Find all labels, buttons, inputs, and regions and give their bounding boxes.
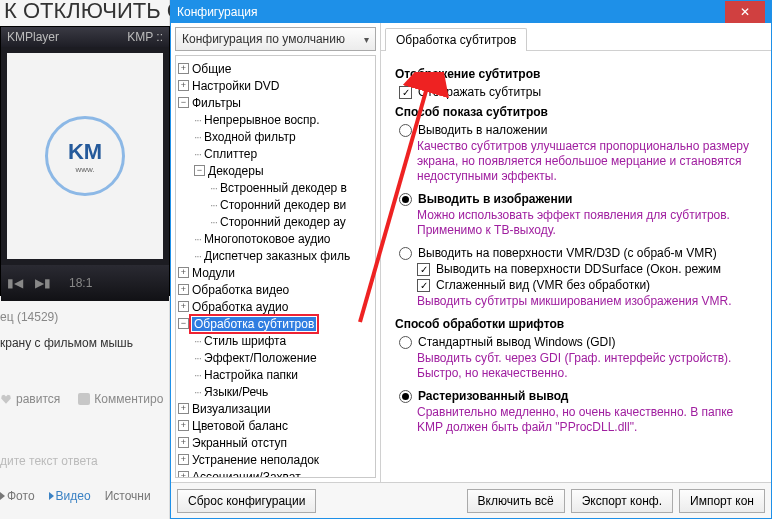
comment-icon	[78, 393, 90, 405]
heart-icon	[0, 393, 12, 405]
profile-combo-label: Конфигурация по умолчанию	[182, 32, 345, 46]
play-icon[interactable]: ▶▮	[35, 276, 51, 290]
tree-color[interactable]: +Цветовой баланс	[178, 417, 373, 434]
tree-filters-split[interactable]: ···Сплиттер	[178, 145, 373, 162]
radio-image[interactable]	[399, 193, 412, 206]
close-icon: ✕	[740, 5, 750, 19]
desc-raster: Сравнительно медленно, но очень качестве…	[417, 405, 757, 435]
kmp-time: 18:1	[69, 276, 92, 290]
tab-subtitle-proc[interactable]: Обработка субтитров	[385, 28, 527, 51]
radio-raster[interactable]	[399, 390, 412, 403]
bg-meta: ец (14529)	[0, 306, 58, 328]
label-show-subs: Отображать субтитры	[418, 85, 541, 99]
checkbox-smooth[interactable]	[417, 279, 430, 292]
kmp-title-left: KMPlayer	[7, 30, 59, 44]
import-button[interactable]: Импорт кон	[679, 489, 765, 513]
bg-instruction: крану с фильмом мышь	[0, 336, 133, 350]
desc-overlay: Качество субтитров улучшается пропорцион…	[417, 139, 757, 184]
checkbox-show-subs[interactable]	[399, 86, 412, 99]
tree-filters-in[interactable]: ···Входной фильтр	[178, 128, 373, 145]
radio-gdi[interactable]	[399, 336, 412, 349]
tree-subtitle-proc[interactable]: −Обработка субтитров	[178, 315, 373, 332]
desc-gdi: Выводить субт. через GDI (Граф. интерфей…	[417, 351, 757, 381]
tree-vis[interactable]: +Визуализации	[178, 400, 373, 417]
tree-decoders[interactable]: −Декодеры	[178, 162, 373, 179]
radio-overlay[interactable]	[399, 124, 412, 137]
tree-sub-lang[interactable]: ···Языки/Речь	[178, 383, 373, 400]
tree-sub-folder[interactable]: ···Настройка папки	[178, 366, 373, 383]
label-raster: Растеризованный вывод	[418, 389, 568, 403]
tree-dec-extv[interactable]: ···Сторонний декодер ви	[178, 196, 373, 213]
tree-general[interactable]: +Общие	[178, 60, 373, 77]
profile-combo[interactable]: Конфигурация по умолчанию ▾	[175, 27, 376, 51]
tab-photo[interactable]: Фото	[0, 489, 35, 503]
group-fontproc: Способ обработки шрифтов	[395, 317, 757, 331]
close-button[interactable]: ✕	[725, 1, 765, 23]
label-vmr: Выводить на поверхности VMR/D3D (с обраб…	[418, 246, 717, 260]
tab-video[interactable]: Видео	[49, 489, 91, 503]
kmp-controls[interactable]: ▮◀ ▶▮ 18:1	[1, 265, 169, 301]
tree-dec-exta[interactable]: ···Сторонний декодер ау	[178, 213, 373, 230]
dialog-title: Конфигурация	[177, 5, 258, 19]
kmplayer-logo: KM www.	[45, 116, 125, 196]
play-icon	[0, 492, 5, 500]
tree-disp[interactable]: ···Диспетчер заказных филь	[178, 247, 373, 264]
kmplayer-window: KMPlayer KMP :: KM www. ▮◀ ▶▮ 18:1	[0, 26, 170, 296]
play-icon	[49, 492, 54, 500]
config-dialog: Конфигурация ✕ Конфигурация по умолчанию…	[170, 0, 772, 519]
label-gdi: Стандартный вывод Windows (GDI)	[418, 335, 616, 349]
group-display: Отображение субтитров	[395, 67, 757, 81]
desc-vmr: Выводить субтитры микшированием изображе…	[417, 294, 757, 309]
tree-pan[interactable]: +Экранный отступ	[178, 434, 373, 451]
reset-button[interactable]: Сброс конфигурации	[177, 489, 316, 513]
label-overlay: Выводить в наложении	[418, 123, 548, 137]
prev-icon[interactable]: ▮◀	[7, 276, 23, 290]
label-smooth: Сглаженный вид (VMR без обработки)	[436, 278, 650, 292]
tree-filters[interactable]: −Фильтры	[178, 94, 373, 111]
tree-filters-cont[interactable]: ···Непрерывное воспр.	[178, 111, 373, 128]
chevron-down-icon: ▾	[364, 34, 369, 45]
tree-modules[interactable]: +Модули	[178, 264, 373, 281]
radio-vmr[interactable]	[399, 247, 412, 260]
tree-assoc[interactable]: +Ассоциации/Захват	[178, 468, 373, 478]
group-method: Способ показа субтитров	[395, 105, 757, 119]
include-all-button[interactable]: Включить всё	[467, 489, 565, 513]
bg-page-title: К ОТКЛЮЧИТЬ СУ	[0, 0, 196, 24]
kmp-title-right: KMP ::	[127, 30, 163, 44]
desc-image: Можно использовать эффект появления для …	[417, 208, 757, 238]
settings-tree[interactable]: +Общие +Настройки DVD −Фильтры ···Непрер…	[175, 55, 376, 478]
tree-video-proc[interactable]: +Обработка видео	[178, 281, 373, 298]
tree-sub-effect[interactable]: ···Эффект/Положение	[178, 349, 373, 366]
tab-source[interactable]: Источни	[105, 489, 151, 503]
tree-audio-proc[interactable]: +Обработка аудио	[178, 298, 373, 315]
like-button[interactable]: равится	[0, 392, 60, 406]
tree-sub-font[interactable]: ···Стиль шрифта	[178, 332, 373, 349]
tree-dvd[interactable]: +Настройки DVD	[178, 77, 373, 94]
export-button[interactable]: Экспорт конф.	[571, 489, 673, 513]
label-image: Выводить в изображении	[418, 192, 572, 206]
answer-input[interactable]: дите текст ответа	[0, 454, 98, 468]
tree-trouble[interactable]: +Устранение неполадок	[178, 451, 373, 468]
tree-dec-builtin[interactable]: ···Встроенный декодер в	[178, 179, 373, 196]
comment-button[interactable]: Комментиро	[78, 392, 163, 406]
checkbox-ddsurface[interactable]	[417, 263, 430, 276]
label-ddsurface: Выводить на поверхности DDSurface (Окон.…	[436, 262, 721, 276]
tree-multi[interactable]: ···Многопотоковое аудио	[178, 230, 373, 247]
